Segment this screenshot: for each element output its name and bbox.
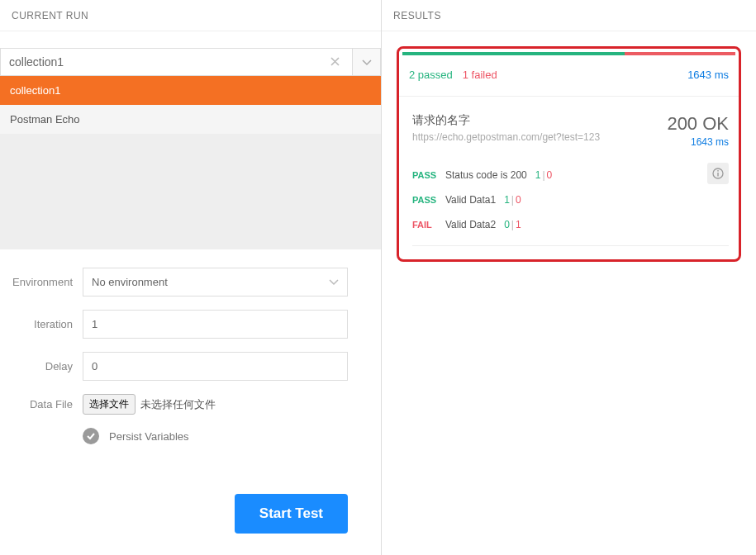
results-panel: RESULTS 2 passed 1 failed 1643 ms 请求的名字 …	[382, 0, 756, 555]
test-counts: 0|1	[504, 219, 521, 230]
collection-select: collection1	[0, 48, 381, 76]
svg-rect-1	[717, 173, 718, 177]
results-header: RESULTS	[382, 0, 756, 31]
request-url: https://echo.getpostman.com/get?test=123	[412, 131, 600, 143]
collection-item-collection1[interactable]: collection1	[0, 76, 381, 105]
data-file-label: Data File	[0, 398, 83, 410]
delay-input[interactable]	[83, 352, 348, 381]
environment-label: Environment	[0, 276, 83, 288]
progress-bar	[402, 52, 735, 55]
test-counts: 1|0	[504, 194, 521, 206]
persist-variables-checkbox[interactable]	[83, 428, 99, 444]
current-run-panel: CURRENT RUN collection1 collection1	[0, 0, 382, 555]
delay-label: Delay	[0, 360, 83, 372]
collection-item-label: Postman Echo	[10, 113, 80, 126]
test-name: Status code is 200	[445, 169, 527, 181]
svg-rect-2	[717, 170, 718, 172]
check-icon	[86, 431, 96, 441]
choose-file-button[interactable]: 选择文件	[83, 394, 136, 415]
iteration-label: Iteration	[0, 318, 83, 330]
file-status-text: 未选择任何文件	[140, 397, 216, 412]
test-name: Valid Data2	[445, 219, 496, 230]
summary-duration: 1643 ms	[687, 69, 729, 81]
collection-dropdown-toggle[interactable]	[353, 48, 381, 76]
info-icon[interactable]	[707, 163, 729, 184]
status-time: 1643 ms	[667, 136, 729, 148]
persist-variables-label: Persist Variables	[109, 430, 189, 443]
progress-pass-segment	[402, 52, 625, 55]
collection-item-postman-echo[interactable]: Postman Echo	[0, 105, 381, 134]
environment-select[interactable]: No environment	[83, 268, 348, 296]
clear-icon[interactable]	[326, 56, 344, 69]
chevron-down-icon	[362, 56, 372, 69]
test-result-badge: PASS	[412, 195, 445, 205]
start-test-button[interactable]: Start Test	[235, 494, 348, 534]
test-results-group: PASS Status code is 200 1|0 PASS Valid D…	[412, 163, 729, 246]
test-row: PASS Valid Data1 1|0	[412, 187, 729, 212]
current-run-header: CURRENT RUN	[0, 0, 381, 31]
results-highlight-box: 2 passed 1 failed 1643 ms 请求的名字 https://…	[397, 46, 741, 262]
chevron-down-icon	[329, 276, 339, 288]
summary-failed: 1 failed	[463, 69, 497, 81]
summary-passed: 2 passed	[409, 69, 453, 81]
request-block: 请求的名字 https://echo.getpostman.com/get?te…	[399, 97, 739, 259]
status-code: 200 OK	[667, 113, 729, 135]
test-result-badge: PASS	[412, 170, 445, 180]
test-row: FAIL Valid Data2 0|1	[412, 212, 729, 237]
collection-select-input[interactable]: collection1	[0, 48, 353, 76]
progress-fail-segment	[625, 52, 735, 55]
collection-list: collection1 Postman Echo	[0, 76, 381, 249]
request-name: 请求的名字	[412, 113, 600, 128]
iteration-input[interactable]	[83, 310, 348, 339]
test-result-badge: FAIL	[412, 220, 445, 230]
test-counts: 1|0	[535, 169, 553, 181]
environment-value: No environment	[92, 276, 168, 288]
summary-row: 2 passed 1 failed 1643 ms	[399, 55, 739, 97]
test-row: PASS Status code is 200 1|0	[412, 163, 729, 187]
collection-item-label: collection1	[10, 84, 60, 97]
collection-select-value: collection1	[9, 55, 326, 69]
test-name: Valid Data1	[445, 194, 496, 206]
